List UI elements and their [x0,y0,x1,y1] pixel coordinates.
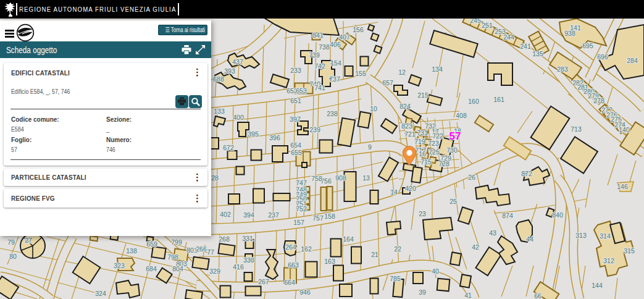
svg-text:655: 655 [291,149,302,156]
svg-text:21: 21 [371,251,378,258]
svg-text:331: 331 [242,235,253,242]
svg-text:315: 315 [624,247,635,255]
svg-text:756: 756 [320,177,332,185]
svg-text:757: 757 [312,214,324,222]
svg-text:416: 416 [233,263,244,271]
svg-text:420: 420 [405,185,416,192]
svg-text:823: 823 [401,122,412,130]
svg-text:738: 738 [319,43,330,51]
svg-text:664: 664 [284,279,295,286]
svg-text:251: 251 [482,22,493,29]
svg-text:27: 27 [25,237,32,244]
svg-text:730: 730 [446,146,458,154]
svg-text:39: 39 [419,288,426,296]
svg-text:393: 393 [224,67,235,75]
svg-text:394: 394 [243,211,254,219]
svg-text:66: 66 [534,292,542,299]
svg-text:725: 725 [429,148,440,156]
svg-text:663: 663 [288,261,299,269]
svg-text:737: 737 [329,75,340,83]
svg-text:695: 695 [582,42,593,49]
svg-text:13: 13 [362,174,370,182]
svg-text:233: 233 [290,67,301,74]
svg-text:10: 10 [370,105,377,112]
svg-text:162: 162 [301,245,312,253]
svg-text:684: 684 [146,265,157,272]
svg-text:278: 278 [593,97,604,104]
svg-text:688: 688 [213,75,224,83]
svg-text:696: 696 [597,53,608,61]
svg-text:654: 654 [290,141,301,149]
svg-text:28: 28 [211,174,219,182]
svg-text:824: 824 [399,103,411,110]
svg-text:400: 400 [233,114,244,121]
svg-text:728: 728 [438,160,450,167]
svg-text:42: 42 [472,243,479,251]
svg-text:713: 713 [571,125,582,133]
svg-text:799: 799 [171,238,182,246]
svg-text:407: 407 [339,33,350,41]
svg-text:23: 23 [419,210,426,217]
svg-text:651: 651 [290,97,301,104]
svg-text:758: 758 [311,175,322,182]
svg-text:938: 938 [564,30,575,37]
svg-text:731: 731 [417,129,428,137]
svg-text:313: 313 [575,232,587,239]
svg-text:160: 160 [468,98,479,105]
svg-text:77: 77 [207,248,214,256]
svg-text:323: 323 [114,262,125,269]
svg-text:283: 283 [557,65,568,73]
svg-text:723: 723 [428,140,439,147]
svg-text:715: 715 [420,158,432,166]
svg-text:841: 841 [312,32,324,39]
svg-text:324: 324 [95,290,106,297]
svg-text:25: 25 [450,198,457,205]
svg-text:908: 908 [335,174,346,182]
svg-text:406: 406 [330,41,341,48]
svg-text:163: 163 [324,258,335,265]
svg-text:133: 133 [214,107,225,115]
svg-text:140: 140 [619,126,630,133]
svg-text:14: 14 [390,188,398,196]
svg-text:657: 657 [382,79,393,86]
svg-text:41: 41 [464,292,472,299]
svg-text:312: 312 [603,257,614,264]
svg-text:158: 158 [324,213,335,220]
svg-text:659: 659 [146,240,157,248]
svg-text:146: 146 [617,183,628,190]
svg-text:719: 719 [414,138,425,145]
svg-text:785: 785 [390,275,401,282]
svg-text:267: 267 [258,278,269,285]
svg-text:138: 138 [126,247,137,255]
svg-text:284: 284 [627,57,638,64]
svg-text:26: 26 [468,174,475,181]
svg-text:154: 154 [330,59,341,67]
svg-text:397: 397 [290,116,301,123]
svg-text:396: 396 [269,134,280,141]
svg-text:155: 155 [355,70,366,77]
svg-text:653: 653 [296,87,307,95]
svg-text:9: 9 [368,143,372,151]
svg-text:40: 40 [432,267,439,275]
svg-text:239: 239 [309,126,320,133]
svg-text:79: 79 [7,238,15,246]
svg-text:840: 840 [552,211,563,219]
svg-text:330: 330 [243,256,254,264]
svg-text:437: 437 [232,58,243,65]
svg-text:266: 266 [196,245,207,253]
svg-text:144: 144 [592,282,603,289]
svg-text:237: 237 [268,211,279,219]
svg-text:135: 135 [532,50,543,57]
svg-text:872: 872 [521,170,532,177]
svg-text:12: 12 [398,69,406,76]
svg-text:44: 44 [526,235,533,243]
svg-text:57: 57 [450,130,461,142]
svg-text:874: 874 [502,212,513,219]
svg-text:156: 156 [353,26,364,33]
svg-text:268: 268 [219,235,230,243]
svg-text:161: 161 [493,96,504,103]
svg-text:329: 329 [209,267,220,275]
svg-text:157: 157 [293,219,304,226]
svg-text:395: 395 [248,130,259,138]
svg-text:946: 946 [299,288,311,296]
